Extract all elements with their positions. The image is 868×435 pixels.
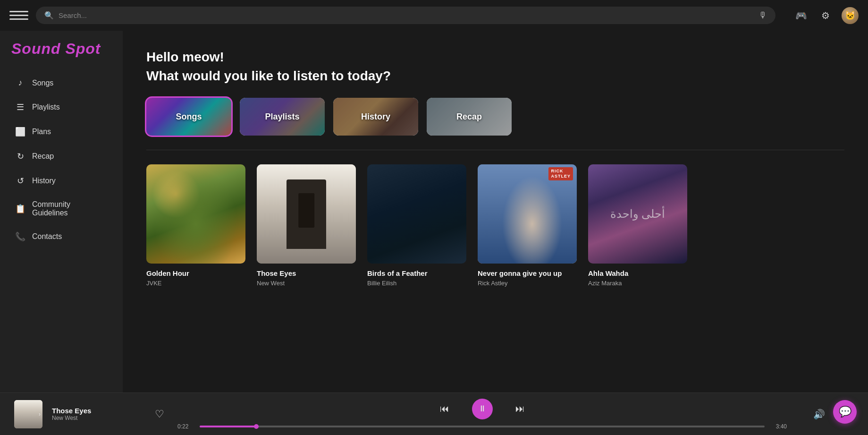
tab-recap-label: Recap	[456, 112, 482, 122]
volume-button[interactable]: 🔊	[810, 406, 827, 423]
player-buttons: ⏮ ⏸ ⏭	[436, 399, 529, 419]
sidebar-item-plans[interactable]: ⬜ Plans	[4, 120, 119, 143]
song-cover-1	[146, 164, 245, 264]
content-divider	[146, 150, 844, 150]
community-icon: 📋	[15, 204, 25, 214]
sidebar-label-community: Community Guidelines	[32, 200, 108, 217]
song-title-3: Birds of a Feather	[367, 269, 466, 277]
history-icon: ↺	[15, 176, 25, 186]
player-track-artist: New West	[52, 415, 127, 421]
sidebar-item-songs[interactable]: ♪ Songs	[4, 72, 119, 94]
music-icon: ♪	[15, 78, 25, 88]
tab-playlists[interactable]: Playlists	[240, 98, 325, 136]
avatar-image: 🐱	[842, 7, 859, 24]
avatar[interactable]: 🐱	[842, 7, 859, 24]
song-title-5: Ahla Wahda	[588, 269, 687, 277]
progress-row: 0:22 3:40	[177, 423, 787, 430]
fast-forward-button[interactable]: ⏭	[512, 401, 529, 418]
song-art-2	[257, 164, 356, 264]
player-track-title: Those Eyes	[52, 407, 127, 415]
song-art-1	[146, 164, 245, 264]
tab-songs[interactable]: Songs	[146, 98, 231, 136]
song-art-3	[367, 164, 466, 264]
chat-icon: 💬	[839, 406, 851, 418]
tab-history[interactable]: History	[333, 98, 418, 136]
song-title-1: Golden Hour	[146, 269, 245, 277]
search-icon: 🔍	[44, 11, 54, 20]
settings-icon[interactable]: ⚙	[817, 7, 834, 24]
tab-playlists-label: Playlists	[265, 112, 299, 122]
progress-bar[interactable]	[200, 426, 765, 427]
song-artist-2: New West	[257, 280, 356, 287]
player-info: Those Eyes New West	[52, 407, 127, 421]
mic-icon[interactable]: 🎙	[758, 10, 767, 20]
songs-grid: Golden Hour JVKE Those Eyes New West	[146, 164, 844, 287]
main-layout: Sound Spot ♪ Songs ☰ Playlists ⬜ Plans ↻…	[0, 31, 868, 392]
search-bar: 🔍 🎙	[36, 7, 775, 24]
song-artist-3: Billie Eilish	[367, 280, 466, 287]
song-art-5: أحلى واحدة	[588, 164, 687, 264]
gamepad-icon[interactable]: 🎮	[792, 7, 809, 24]
sidebar-label-contacts: Contacts	[32, 232, 62, 241]
song-cover-4: RICKASTLEY	[478, 164, 577, 264]
song-card-5[interactable]: أحلى واحدة Ahla Wahda Aziz Maraka	[588, 164, 687, 287]
song-cover-5: أحلى واحدة	[588, 164, 687, 264]
song-card-4[interactable]: RICKASTLEY Never gonna give you up Rick …	[478, 164, 577, 287]
sidebar-nav: ♪ Songs ☰ Playlists ⬜ Plans ↻ Recap ↺ Hi…	[0, 72, 123, 248]
app-logo: Sound Spot	[0, 40, 123, 72]
rewind-button[interactable]: ⏮	[436, 401, 453, 418]
tabs: Songs Playlists History Recap	[146, 98, 844, 136]
song-artist-1: JVKE	[146, 280, 245, 287]
header: 🔍 🎙 🎮 ⚙ 🐱	[0, 0, 868, 31]
chat-fab[interactable]: 💬	[833, 400, 857, 424]
sidebar: Sound Spot ♪ Songs ☰ Playlists ⬜ Plans ↻…	[0, 31, 123, 392]
sidebar-label-songs: Songs	[32, 79, 53, 87]
sidebar-label-recap: Recap	[32, 152, 54, 161]
plans-icon: ⬜	[15, 127, 25, 137]
play-pause-button[interactable]: ⏸	[472, 399, 493, 419]
player-thumbnail: ›	[14, 400, 42, 428]
total-time: 3:40	[770, 423, 787, 430]
greeting-line2: What would you like to listen to today?	[146, 68, 844, 84]
tab-songs-label: Songs	[176, 112, 202, 122]
song-card-2[interactable]: Those Eyes New West	[257, 164, 356, 287]
song-artist-4: Rick Astley	[478, 280, 577, 287]
playlists-icon: ☰	[15, 102, 25, 112]
sidebar-label-plans: Plans	[32, 128, 51, 136]
header-right: 🎮 ⚙ 🐱	[792, 7, 859, 24]
current-time: 0:22	[177, 423, 194, 430]
sidebar-item-history[interactable]: ↺ History	[4, 170, 119, 192]
progress-fill	[200, 426, 256, 427]
song-title-2: Those Eyes	[257, 269, 356, 277]
expand-icon: ›	[39, 411, 41, 418]
sidebar-item-recap[interactable]: ↻ Recap	[4, 145, 119, 168]
search-input[interactable]	[59, 11, 754, 19]
recap-icon: ↻	[15, 151, 25, 162]
song-card-3[interactable]: Birds of a Feather Billie Eilish	[367, 164, 466, 287]
song-title-4: Never gonna give you up	[478, 269, 577, 277]
sidebar-label-history: History	[32, 177, 56, 185]
song-artist-5: Aziz Maraka	[588, 280, 687, 287]
heart-button[interactable]: ♡	[151, 406, 168, 423]
menu-button[interactable]	[9, 11, 28, 20]
sidebar-item-playlists[interactable]: ☰ Playlists	[4, 96, 119, 119]
player-bar: › Those Eyes New West ♡ ⏮ ⏸ ⏭ 0:22 3:40 …	[0, 392, 868, 435]
greeting-line1: Hello meow!	[146, 50, 844, 65]
tab-recap[interactable]: Recap	[427, 98, 512, 136]
song-art-4: RICKASTLEY	[478, 164, 577, 264]
song-card-1[interactable]: Golden Hour JVKE	[146, 164, 245, 287]
main-content: Hello meow! What would you like to liste…	[123, 31, 868, 392]
tab-history-label: History	[361, 112, 390, 122]
sidebar-label-playlists: Playlists	[32, 103, 60, 111]
sidebar-item-contacts[interactable]: 📞 Contacts	[4, 225, 119, 248]
sidebar-item-community[interactable]: 📋 Community Guidelines	[4, 194, 119, 223]
song-cover-3	[367, 164, 466, 264]
player-controls: ⏮ ⏸ ⏭ 0:22 3:40	[177, 399, 787, 430]
contacts-icon: 📞	[15, 231, 25, 242]
song-cover-2	[257, 164, 356, 264]
